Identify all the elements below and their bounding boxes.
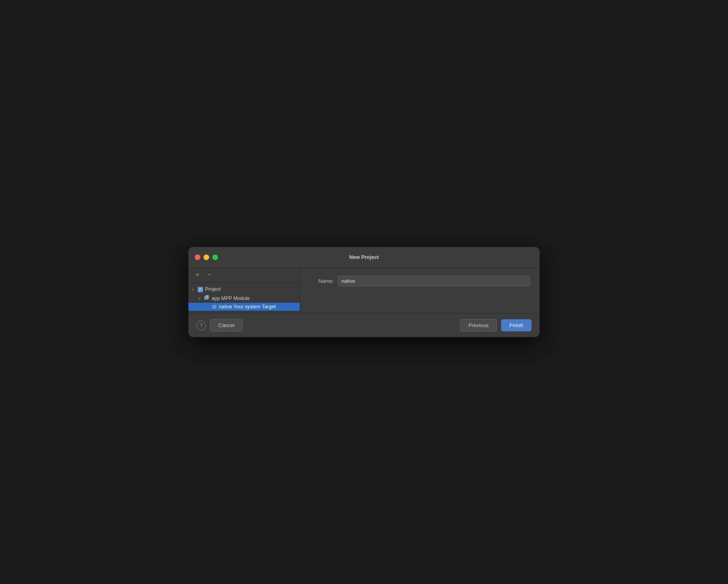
cancel-button[interactable]: Cancel	[210, 319, 243, 331]
name-label: Name:	[310, 278, 334, 284]
minimize-button[interactable]	[204, 255, 209, 260]
svg-rect-5	[206, 298, 207, 298]
svg-rect-3	[206, 297, 206, 298]
maximize-button[interactable]	[212, 255, 218, 260]
name-form-row: Name:	[310, 276, 530, 286]
target-icon	[212, 304, 217, 310]
new-project-dialog: New Project + − ∨ P Project	[188, 247, 540, 337]
right-panel: Name:	[300, 268, 540, 313]
dialog-body: + − ∨ P Project ∨	[188, 268, 540, 313]
module-icon	[204, 295, 210, 302]
chevron-icon	[206, 305, 210, 309]
title-bar: New Project	[188, 247, 540, 268]
finish-button[interactable]: Finish	[501, 319, 532, 331]
name-input[interactable]	[338, 276, 530, 286]
tree-item-app[interactable]: ∨ app MPP Module	[188, 294, 300, 303]
left-panel: + − ∨ P Project ∨	[188, 268, 300, 313]
remove-button[interactable]: −	[205, 271, 213, 279]
close-button[interactable]	[195, 255, 200, 260]
chevron-icon: ∨	[198, 296, 202, 300]
chevron-icon: ∨	[192, 287, 196, 292]
add-button[interactable]: +	[193, 271, 202, 279]
tree-item-label: app MPP Module	[212, 296, 250, 301]
tree-content: ∨ P Project ∨	[188, 282, 300, 313]
svg-rect-4	[206, 297, 207, 297]
traffic-lights	[195, 255, 218, 260]
window-title: New Project	[349, 254, 379, 260]
project-icon: P	[197, 286, 204, 292]
dialog-footer: ? Cancel Previous Finish	[188, 313, 540, 337]
tree-item-project[interactable]: ∨ P Project	[188, 285, 300, 294]
tree-toolbar: + −	[188, 268, 300, 282]
tree-item-label: Project	[205, 286, 221, 292]
tree-item-native[interactable]: native Your system Target	[188, 303, 300, 311]
tree-item-label: native Your system Target	[219, 304, 276, 310]
help-button[interactable]: ?	[196, 321, 206, 330]
previous-button[interactable]: Previous	[460, 319, 497, 331]
